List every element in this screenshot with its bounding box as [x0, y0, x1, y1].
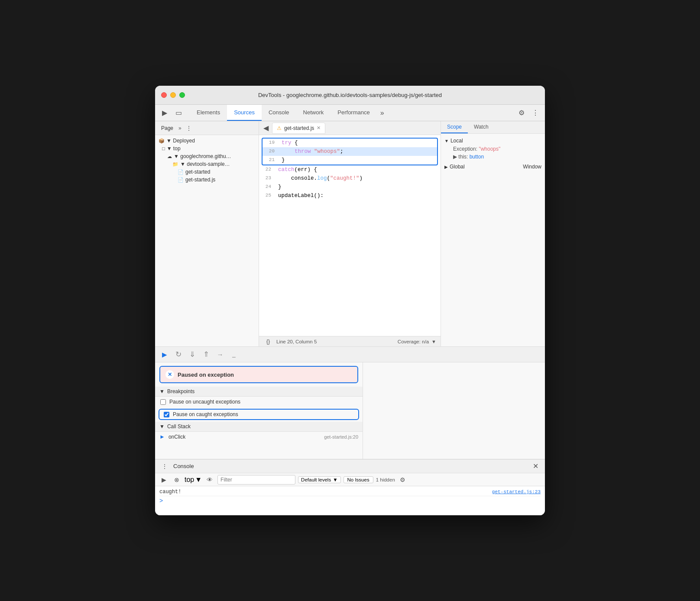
step-into-button[interactable]: ⇓ [186, 349, 198, 361]
format-button[interactable]: {} [263, 337, 273, 346]
scope-global-header[interactable]: ▶ Global Window [444, 162, 541, 171]
breakpoints-arrow-icon: ▼ [159, 388, 165, 394]
more-panels-icon[interactable]: » [178, 125, 181, 131]
scope-global-value: Window [523, 164, 541, 170]
console-filter-input[interactable] [217, 475, 295, 485]
scope-this-value: button [470, 154, 484, 160]
console-levels-label: Default levels [301, 477, 331, 482]
tree-devtools[interactable]: 📁 ▼ devtools-sample… [155, 160, 259, 168]
step-over-button[interactable]: ↻ [172, 349, 185, 361]
pause-uncaught-checkbox[interactable] [160, 399, 166, 405]
back-nav-icon[interactable]: ◀ [261, 123, 271, 133]
exception-x-icon: ✕ [168, 372, 172, 378]
file-icon-2: 📄 [178, 177, 184, 183]
console-prompt-row: > [159, 496, 541, 505]
line-num-25: 25 [259, 191, 275, 200]
tab-close-icon[interactable]: ✕ [317, 125, 321, 131]
tab-warning-icon: ⚠ [277, 125, 282, 131]
console-no-issues-button[interactable]: No Issues [344, 476, 373, 483]
toolbar-icons: ▶ ▭ [159, 107, 185, 119]
console-content: caught! get-started.js:23 > [155, 486, 545, 515]
editor-statusbar: {} Line 20, Column 5 Coverage: n/a ▼ [259, 336, 441, 346]
console-settings-icon[interactable]: ⚙ [398, 475, 408, 485]
more-tabs-icon[interactable]: » [377, 105, 388, 121]
console-run-icon[interactable]: ▶ [159, 475, 169, 485]
file-tree: 📦 ▼ Deployed □ ▼ top ☁ ▼ googlechrome.gi… [155, 135, 259, 346]
coverage-expand-icon[interactable]: ▼ [431, 339, 436, 344]
call-stack-header[interactable]: ▼ Call Stack [155, 422, 363, 432]
window-title: DevTools - googlechrome.github.io/devtoo… [258, 92, 442, 98]
scope-this[interactable]: ▶ this: button [444, 153, 541, 161]
tab-sources[interactable]: Sources [227, 105, 262, 121]
code-content-19: try { [278, 139, 298, 147]
minimize-button[interactable] [170, 92, 176, 98]
console-log-location[interactable]: get-started.js:23 [492, 489, 541, 494]
tab-elements[interactable]: Elements [190, 105, 227, 121]
breakpoints-section-header[interactable]: ▼ Breakpoints [155, 387, 363, 397]
console-eye-icon[interactable]: 👁 [204, 475, 215, 485]
console-block-icon[interactable]: ⊗ [172, 475, 182, 485]
tree-top[interactable]: □ ▼ top [155, 145, 259, 152]
settings-icon[interactable]: ⚙ [515, 107, 528, 119]
console-more-icon[interactable]: ⋮ [159, 461, 170, 472]
editor-tab-get-started-js[interactable]: ⚠ get-started.js ✕ [272, 123, 325, 134]
code-content-25: updateLabel(): [275, 191, 324, 200]
tree-get-started[interactable]: 📄 get-started [155, 168, 259, 176]
device-icon[interactable]: ▭ [172, 107, 185, 119]
step-button[interactable]: → [214, 349, 226, 361]
call-stack-item-onclick[interactable]: ► onClick get-started.js:20 [155, 432, 363, 442]
breakpoints-label: Breakpoints [167, 388, 194, 394]
scope-tab-watch[interactable]: Watch [468, 121, 495, 133]
scope-tab-scope[interactable]: Scope [441, 121, 468, 133]
tree-top-label: ▼ top [167, 145, 181, 152]
tab-performance[interactable]: Performance [331, 105, 376, 121]
page-tab[interactable]: Page [159, 124, 176, 132]
debug-toolbar: ▶ ↻ ⇓ ⇑ → ⎯ [155, 347, 545, 362]
tab-console[interactable]: Console [262, 105, 296, 121]
code-editor[interactable]: 19 try { 20 throw "whoops"; 21 } [259, 135, 441, 336]
toolbar-right: ⚙ ⋮ [515, 107, 541, 119]
console-levels-dropdown[interactable]: Default levels ▼ [298, 476, 340, 483]
resume-button[interactable]: ▶ [159, 349, 171, 361]
pause-uncaught-label: Pause on uncaught exceptions [169, 399, 240, 405]
exception-code-block: 19 try { 20 throw "whoops"; 21 } [262, 138, 438, 165]
console-close-button[interactable]: ✕ [530, 461, 541, 472]
prompt-arrow-icon[interactable]: > [159, 497, 163, 504]
cursor-icon[interactable]: ▶ [159, 107, 171, 119]
file-panel-menu-icon[interactable]: ⋮ [184, 123, 194, 133]
more-options-icon[interactable]: ⋮ [529, 107, 541, 119]
line-num-20: 20 [262, 147, 278, 155]
tab-network[interactable]: Network [296, 105, 331, 121]
debug-right-empty [363, 362, 545, 459]
maximize-button[interactable] [179, 92, 185, 98]
exception-banner: ✕ Paused on exception [159, 366, 358, 383]
line-num-24: 24 [259, 183, 275, 191]
sources-layout: Page » ⋮ 📦 ▼ Deployed □ ▼ top ☁ ▼ google… [155, 121, 545, 346]
code-line-24: 24 } [259, 183, 441, 191]
tree-get-started-js[interactable]: 📄 get-started.js [155, 176, 259, 184]
code-line-22: 22 catch(err) { [259, 165, 441, 174]
tree-googlechrome[interactable]: ☁ ▼ googlechrome.githu… [155, 152, 259, 160]
tree-get-started-js-label: get-started.js [185, 177, 215, 183]
tree-deployed[interactable]: 📦 ▼ Deployed [155, 137, 259, 145]
scope-tabs: Scope Watch [441, 121, 545, 134]
tree-deployed-label: ▼ Deployed [166, 138, 195, 144]
close-button[interactable] [161, 92, 167, 98]
call-location: get-started.js:20 [324, 434, 358, 439]
scope-local-section: ▼ Local Exception: "whoops" ▶ this: butt… [441, 136, 545, 162]
code-content-23: console.log("caught!") [275, 174, 363, 183]
file-panel: Page » ⋮ 📦 ▼ Deployed □ ▼ top ☁ ▼ google… [155, 121, 259, 346]
step-out-button[interactable]: ⇑ [200, 349, 212, 361]
pause-caught-checkbox[interactable] [164, 412, 169, 417]
console-context-selector[interactable]: top ▼ [185, 476, 202, 484]
exception-banner-text: Paused on exception [178, 372, 234, 378]
code-line-23: 23 console.log("caught!") [259, 174, 441, 183]
scope-local-header[interactable]: ▼ Local [444, 136, 541, 145]
code-line-19: 19 try { [262, 139, 437, 147]
deactivate-button[interactable]: ⎯ [228, 349, 240, 361]
debug-content: ✕ Paused on exception ▼ Breakpoints Paus… [155, 362, 545, 459]
pause-caught-label: Pause on caught exceptions [173, 411, 238, 417]
debug-left-panel: ✕ Paused on exception ▼ Breakpoints Paus… [155, 362, 363, 459]
devtools-toolbar: ▶ ▭ Elements Sources Console Network Per… [155, 105, 545, 121]
call-fn-label: onClick [169, 434, 185, 440]
